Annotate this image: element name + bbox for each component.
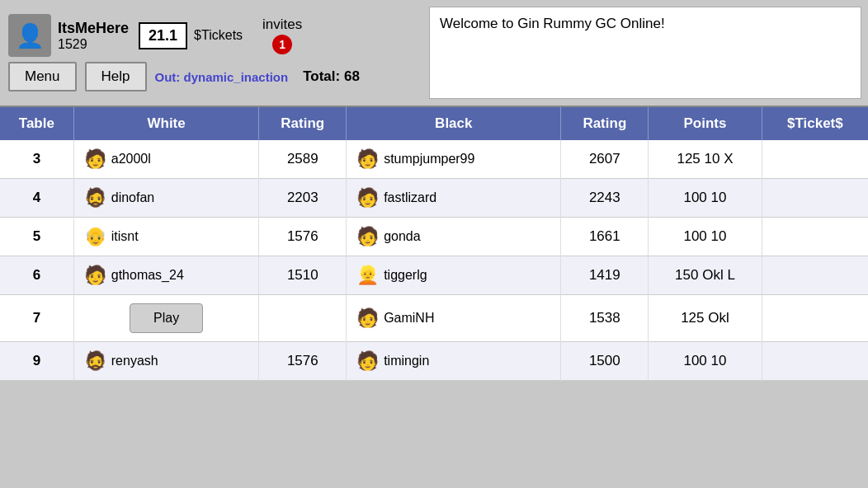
- game-tbody: 3🧑a2000l2589🧑stumpjumper992607125 10 X4🧔…: [0, 140, 868, 381]
- avatar: 👤: [8, 14, 51, 57]
- table-row: 4🧔dinofan2203🧑fastlizard2243100 10: [0, 179, 868, 218]
- white-rating: 1576: [259, 218, 347, 256]
- white-name: gthomas_24: [111, 268, 184, 283]
- table-row: 5👴itisnt1576🧑gonda1661100 10: [0, 218, 868, 256]
- black-avatar: 🧑: [356, 226, 379, 247]
- user-top: 👤 ItsMeHere 1529 21.1 $Tickets invites 1: [8, 14, 421, 57]
- white-rating: 1576: [259, 342, 347, 381]
- black-rating: 2607: [561, 140, 649, 179]
- white-avatar: 🧑: [84, 265, 106, 286]
- header-row: Table White Rating Black Rating Points $…: [0, 107, 868, 140]
- col-rating-black: Rating: [561, 107, 649, 140]
- col-white: White: [73, 107, 259, 140]
- invites-label: invites: [262, 16, 302, 33]
- tickets-box: 21.1: [139, 22, 187, 49]
- table-number: 7: [0, 295, 73, 342]
- points-cell: 100 10: [649, 218, 762, 256]
- black-player-cell: 🧑GamiNH: [347, 295, 561, 342]
- header: 👤 ItsMeHere 1529 21.1 $Tickets invites 1…: [0, 0, 868, 107]
- table-row: 9🧔renyash1576🧑timingin1500100 10: [0, 342, 868, 381]
- black-player-cell: 🧑gonda: [347, 218, 561, 256]
- menu-button[interactable]: Menu: [8, 62, 77, 92]
- white-player-cell: 🧔renyash: [73, 342, 259, 381]
- tickets-cell: [762, 140, 868, 179]
- points-cell: 125 10 X: [649, 140, 762, 179]
- tickets-cell: [762, 179, 868, 218]
- invites-badge[interactable]: 1: [272, 35, 292, 54]
- black-player-cell: 🧑stumpjumper99: [347, 140, 561, 179]
- table-number: 4: [0, 179, 73, 218]
- black-avatar: 🧑: [356, 307, 379, 329]
- play-button[interactable]: Play: [130, 303, 203, 333]
- black-avatar: 🧑: [356, 187, 379, 209]
- white-avatar: 🧔: [84, 350, 106, 372]
- invites-box[interactable]: invites 1: [262, 16, 302, 54]
- white-name: itisnt: [111, 229, 139, 244]
- points-cell: 100 10: [649, 342, 762, 381]
- white-rating: 1510: [259, 256, 347, 295]
- table-container: Table White Rating Black Rating Points $…: [0, 107, 868, 488]
- out-status-text: Out: dynamic_inaction: [155, 70, 289, 84]
- username-label: ItsMeHere: [58, 20, 129, 37]
- black-rating: 1500: [561, 342, 649, 381]
- white-avatar: 👴: [84, 226, 106, 247]
- black-player-cell: 👱tiggerlg: [347, 256, 561, 295]
- tickets-cell: [762, 256, 868, 295]
- white-player-cell: 🧔dinofan: [73, 179, 259, 218]
- help-button[interactable]: Help: [85, 62, 147, 92]
- user-rating-label: 1529: [58, 37, 129, 52]
- white-name: renyash: [111, 354, 158, 368]
- tickets-value: 21.1: [149, 27, 177, 44]
- table-number: 5: [0, 218, 73, 256]
- table-row: 3🧑a2000l2589🧑stumpjumper992607125 10 X: [0, 140, 868, 179]
- black-rating: 1419: [561, 256, 649, 295]
- white-rating: [259, 295, 347, 342]
- black-name: stumpjumper99: [384, 152, 474, 167]
- user-panel: 👤 ItsMeHere 1529 21.1 $Tickets invites 1…: [0, 0, 429, 106]
- black-avatar: 🧑: [356, 350, 379, 372]
- avatar-icon: 👤: [16, 22, 45, 49]
- white-name: a2000l: [111, 152, 151, 167]
- tickets-cell: [762, 218, 868, 256]
- table-number: 6: [0, 256, 73, 295]
- points-cell: 125 Okl: [649, 295, 762, 342]
- col-rating-white: Rating: [259, 107, 347, 140]
- black-player-cell: 🧑timingin: [347, 342, 561, 381]
- col-points: Points: [649, 107, 762, 140]
- white-avatar: 🧑: [84, 148, 106, 170]
- white-player-cell: 🧑gthomas_24: [73, 256, 259, 295]
- black-name: fastlizard: [384, 190, 436, 205]
- black-player-cell: 🧑fastlizard: [347, 179, 561, 218]
- white-player-cell: 🧑a2000l: [73, 140, 259, 179]
- white-player-cell: 👴itisnt: [73, 218, 259, 256]
- black-name: GamiNH: [384, 311, 434, 326]
- black-avatar: 👱: [356, 265, 379, 286]
- col-black: Black: [347, 107, 561, 140]
- black-rating: 2243: [561, 179, 649, 218]
- points-cell: 100 10: [649, 179, 762, 218]
- total-text: Total: 68: [303, 68, 360, 85]
- tickets-cell: [762, 295, 868, 342]
- table-row: 6🧑gthomas_241510👱tiggerlg1419150 Okl L: [0, 256, 868, 295]
- black-rating: 1538: [561, 295, 649, 342]
- white-avatar: 🧔: [84, 187, 106, 209]
- table-row: 7Play🧑GamiNH1538125 Okl: [0, 295, 868, 342]
- black-name: timingin: [384, 354, 429, 368]
- tickets-label: $Tickets: [194, 28, 243, 43]
- table-header: Table White Rating Black Rating Points $…: [0, 107, 868, 140]
- white-rating: 2203: [259, 179, 347, 218]
- col-tickets: $Ticket$: [762, 107, 868, 140]
- game-table: Table White Rating Black Rating Points $…: [0, 107, 868, 381]
- white-name: dinofan: [111, 190, 155, 205]
- table-number: 3: [0, 140, 73, 179]
- tickets-cell: [762, 342, 868, 381]
- white-rating: 2589: [259, 140, 347, 179]
- black-avatar: 🧑: [356, 148, 379, 170]
- welcome-panel: Welcome to Gin Rummy GC Online!: [429, 7, 861, 99]
- col-table: Table: [0, 107, 73, 140]
- white-player-cell: Play: [73, 295, 259, 342]
- welcome-text: Welcome to Gin Rummy GC Online!: [440, 16, 665, 31]
- username-rating: ItsMeHere 1529: [58, 20, 129, 52]
- black-name: tiggerlg: [384, 268, 427, 283]
- user-bottom: Menu Help Out: dynamic_inaction Total: 6…: [8, 62, 421, 92]
